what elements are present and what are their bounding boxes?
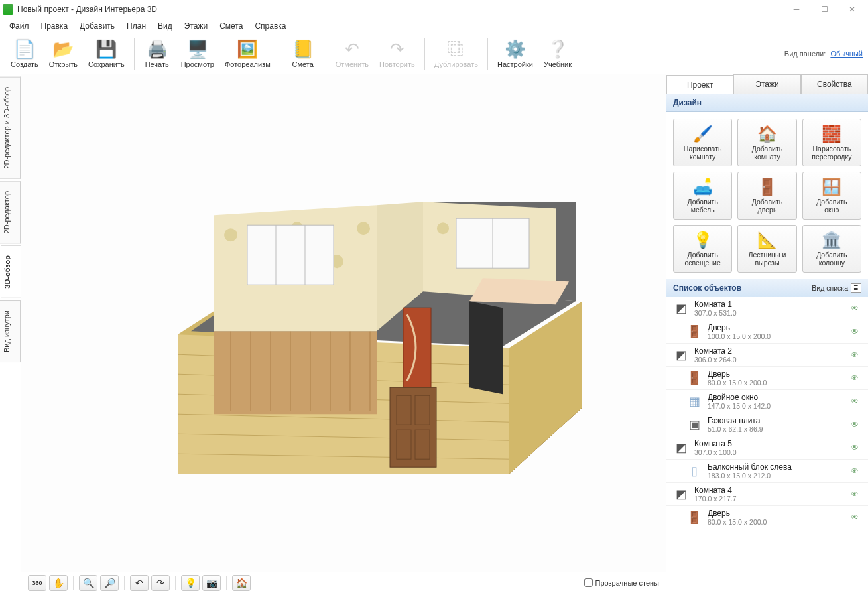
viewport: 360 ✋ 🔍 🔎 ↶ ↷ 💡 📷 🏠 Прозрачные стены bbox=[21, 74, 666, 593]
tb-undo-button: ↶Отменить bbox=[330, 37, 374, 70]
design-add-stairs-button[interactable]: 📐Лестницы ивырезы bbox=[737, 225, 796, 273]
zoom-in-button[interactable]: 🔍 bbox=[79, 575, 97, 591]
design-add-column-button[interactable]: 🏛️Добавитьколонну bbox=[802, 225, 861, 273]
list-mode-icon[interactable]: ≣ bbox=[851, 283, 861, 293]
object-item[interactable]: ▦Двойное окно147.0 x 15.0 x 142.0👁 bbox=[666, 390, 868, 413]
home-button[interactable]: 🏠 bbox=[232, 575, 251, 591]
tb-preview-button[interactable]: 🖥️Просмотр bbox=[176, 37, 219, 70]
rotate-left-button[interactable]: ↶ bbox=[130, 575, 149, 591]
estimate-icon: 📒 bbox=[292, 38, 314, 60]
close-button[interactable]: ✕ bbox=[839, 1, 865, 17]
object-item[interactable]: 🚪Дверь80.0 x 15.0 x 200.0👁 bbox=[666, 367, 868, 390]
svg-point-26 bbox=[224, 228, 237, 241]
object-icon: ▣ bbox=[686, 417, 702, 432]
view-360-button[interactable]: 360 bbox=[28, 575, 46, 591]
design-add-window-button[interactable]: 🪟Добавитьокно bbox=[802, 172, 861, 220]
visibility-icon[interactable]: 👁 bbox=[851, 420, 863, 429]
menubar: ФайлПравкаДобавитьПланВидЭтажиСметаСправ… bbox=[0, 19, 868, 33]
ltab-2d[interactable]: 2D-редактор bbox=[0, 181, 21, 243]
minimize-button[interactable]: ─ bbox=[783, 1, 810, 17]
design-add-room-button[interactable]: 🏠Добавитькомнату bbox=[737, 119, 796, 166]
design-add-furn-button[interactable]: 🛋️Добавитьмебель bbox=[673, 172, 732, 220]
rotate-right-button[interactable]: ↷ bbox=[151, 575, 170, 591]
tb-save-button[interactable]: 💾Сохранить bbox=[83, 37, 130, 70]
menu-5[interactable]: Этажи bbox=[180, 20, 212, 32]
object-name: Комната 5 bbox=[694, 439, 851, 448]
3d-canvas[interactable] bbox=[21, 74, 666, 572]
menu-2[interactable]: Добавить bbox=[76, 20, 119, 32]
object-item[interactable]: ◩Комната 4170.0 x 217.7👁 bbox=[666, 483, 868, 506]
transparent-walls-toggle[interactable]: Прозрачные стены bbox=[584, 578, 659, 587]
object-name: Дверь bbox=[708, 509, 851, 518]
ltab-both[interactable]: 2D-редактор и 3D-обзор bbox=[0, 77, 21, 179]
object-item[interactable]: 🚪Дверь80.0 x 15.0 x 200.0👁 bbox=[666, 506, 868, 529]
tb-dup-button: ⿻Дублировать bbox=[429, 37, 483, 70]
tb-redo-button: ↷Повторить bbox=[374, 37, 420, 70]
visibility-icon[interactable]: 👁 bbox=[851, 304, 863, 313]
add-furn-icon: 🛋️ bbox=[692, 178, 713, 196]
object-item[interactable]: 🚪Дверь100.0 x 15.0 x 200.0👁 bbox=[666, 320, 868, 344]
object-item[interactable]: ◩Комната 2306.0 x 264.0👁 bbox=[666, 344, 868, 367]
visibility-icon[interactable]: 👁 bbox=[851, 327, 863, 336]
visibility-icon[interactable]: 👁 bbox=[851, 466, 863, 476]
object-dims: 51.0 x 62.1 x 86.9 bbox=[708, 425, 851, 433]
object-dims: 147.0 x 15.0 x 142.0 bbox=[708, 402, 851, 410]
design-add-light-button[interactable]: 💡Добавитьосвещение bbox=[673, 225, 732, 273]
objects-header-label: Список объектов bbox=[673, 283, 741, 293]
object-dims: 183.0 x 15.0 x 212.0 bbox=[708, 472, 851, 480]
svg-point-31 bbox=[437, 222, 449, 234]
visibility-icon[interactable]: 👁 bbox=[851, 397, 863, 406]
tb-open-button[interactable]: 📂Открыть bbox=[44, 37, 83, 70]
pan-button[interactable]: ✋ bbox=[49, 575, 68, 591]
object-name: Комната 1 bbox=[694, 300, 851, 309]
object-item[interactable]: ▯Балконный блок слева183.0 x 15.0 x 212.… bbox=[666, 460, 868, 483]
visibility-icon[interactable]: 👁 bbox=[851, 513, 863, 522]
object-item[interactable]: ◩Комната 5307.0 x 100.0👁 bbox=[666, 436, 868, 460]
zoom-out-button[interactable]: 🔎 bbox=[100, 575, 119, 591]
tb-tutorial-button[interactable]: ❔Учебник bbox=[538, 37, 577, 70]
snapshot-button[interactable]: 📷 bbox=[202, 575, 221, 591]
object-icon: ◩ bbox=[673, 347, 689, 363]
menu-4[interactable]: Вид bbox=[154, 20, 176, 32]
menu-0[interactable]: Файл bbox=[5, 20, 33, 32]
object-dims: 307.0 x 531.0 bbox=[694, 309, 851, 317]
design-draw-room-button[interactable]: 🖌️Нарисоватькомнату bbox=[673, 119, 732, 166]
tb-create-button[interactable]: 📄Создать bbox=[5, 37, 44, 70]
draw-wall-icon: 🧱 bbox=[821, 125, 842, 143]
tb-print-button[interactable]: 🖨️Печать bbox=[139, 37, 176, 70]
tb-settings-button[interactable]: ⚙️Настройки bbox=[492, 37, 538, 70]
tb-estimate-button[interactable]: 📒Смета bbox=[284, 37, 322, 70]
object-name: Дверь bbox=[708, 323, 851, 332]
design-add-door-button[interactable]: 🚪Добавитьдверь bbox=[737, 172, 796, 220]
design-draw-wall-button[interactable]: 🧱Нарисоватьперегородку bbox=[802, 119, 861, 166]
rtab-props[interactable]: Свойства bbox=[801, 74, 868, 94]
settings-icon: ⚙️ bbox=[505, 38, 526, 60]
menu-1[interactable]: Правка bbox=[37, 20, 72, 32]
toolbar: 📄Создать📂Открыть💾Сохранить🖨️Печать🖥️Прос… bbox=[0, 33, 868, 74]
ltab-inside[interactable]: Вид изнутри bbox=[0, 300, 21, 362]
ltab-3d[interactable]: 3D-обзор bbox=[1, 245, 21, 298]
object-dims: 100.0 x 15.0 x 200.0 bbox=[708, 332, 851, 340]
svg-point-30 bbox=[357, 222, 370, 235]
panel-mode-link[interactable]: Обычный bbox=[830, 50, 863, 58]
object-item[interactable]: ◩Комната 1307.0 x 531.0👁 bbox=[666, 297, 868, 320]
visibility-icon[interactable]: 👁 bbox=[851, 490, 863, 499]
rtab-floors[interactable]: Этажи bbox=[733, 74, 800, 94]
light-button[interactable]: 💡 bbox=[181, 575, 200, 591]
visibility-icon[interactable]: 👁 bbox=[851, 443, 863, 452]
maximize-button[interactable]: ☐ bbox=[811, 1, 837, 17]
transparent-walls-checkbox[interactable] bbox=[584, 578, 593, 587]
visibility-icon[interactable]: 👁 bbox=[851, 350, 863, 360]
svg-marker-46 bbox=[469, 301, 503, 394]
object-item[interactable]: ▣Газовая плита51.0 x 62.1 x 86.9👁 bbox=[666, 413, 868, 436]
statusbar: 360 ✋ 🔍 🔎 ↶ ↷ 💡 📷 🏠 Прозрачные стены bbox=[21, 572, 666, 593]
visibility-icon[interactable]: 👁 bbox=[851, 373, 863, 383]
object-icon: ◩ bbox=[673, 486, 689, 502]
menu-7[interactable]: Справка bbox=[251, 20, 290, 32]
menu-3[interactable]: План bbox=[123, 20, 150, 32]
app-icon bbox=[3, 4, 13, 15]
tb-photo-button[interactable]: 🖼️Фотореализм bbox=[219, 37, 276, 70]
rtab-project[interactable]: Проект bbox=[666, 75, 733, 94]
menu-6[interactable]: Смета bbox=[216, 20, 247, 32]
panel-mode-label: Вид панели: bbox=[784, 50, 826, 58]
